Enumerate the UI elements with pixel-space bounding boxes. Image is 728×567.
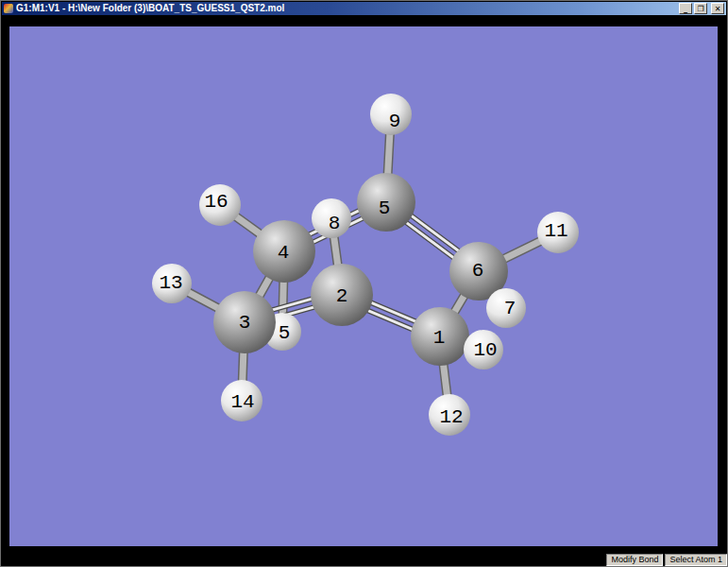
atom-label-7: 7 <box>504 298 516 319</box>
molecule-viewport[interactable]: 5916131412115462318710 <box>9 26 718 546</box>
maximize-button[interactable]: ❐ <box>694 3 707 14</box>
minimize-button[interactable]: _ <box>679 3 692 14</box>
atom-label-2: 2 <box>336 285 348 307</box>
atom-label-11: 11 <box>544 220 567 242</box>
status-select-atom: Select Atom 1 <box>665 554 727 566</box>
atom-label-8: 8 <box>329 213 341 234</box>
atom-label-1: 1 <box>433 327 446 349</box>
atom-label-10: 10 <box>473 339 497 361</box>
window-controls: _ ❐ ✕ <box>679 3 724 14</box>
atoms-layer <box>152 94 579 436</box>
atom-label-12: 12 <box>439 406 463 428</box>
atom-label-4: 4 <box>278 242 290 264</box>
window-title: G1:M1:V1 - H:\New Folder (3)\BOAT_TS_GUE… <box>16 2 679 15</box>
atom-label-13: 13 <box>159 272 182 294</box>
atom-label-15: 5 <box>279 322 291 344</box>
title-bar[interactable]: G1:M1:V1 - H:\New Folder (3)\BOAT_TS_GUE… <box>2 2 726 15</box>
molecule-canvas[interactable]: 5916131412115462318710 <box>9 26 718 546</box>
app-window: G1:M1:V1 - H:\New Folder (3)\BOAT_TS_GUE… <box>0 0 728 567</box>
close-button[interactable]: ✕ <box>711 3 724 14</box>
atom-label-9: 9 <box>389 111 401 132</box>
status-modify-bond: Modify Bond <box>606 554 663 566</box>
atom-label-5: 5 <box>379 198 391 219</box>
status-bar: Modify Bond Select Atom 1 <box>606 554 727 566</box>
atom-label-6: 6 <box>472 260 484 282</box>
atom-label-16: 16 <box>204 191 228 213</box>
atom-label-3: 3 <box>239 312 251 334</box>
app-icon <box>4 4 13 13</box>
atom-label-14: 14 <box>230 391 254 413</box>
